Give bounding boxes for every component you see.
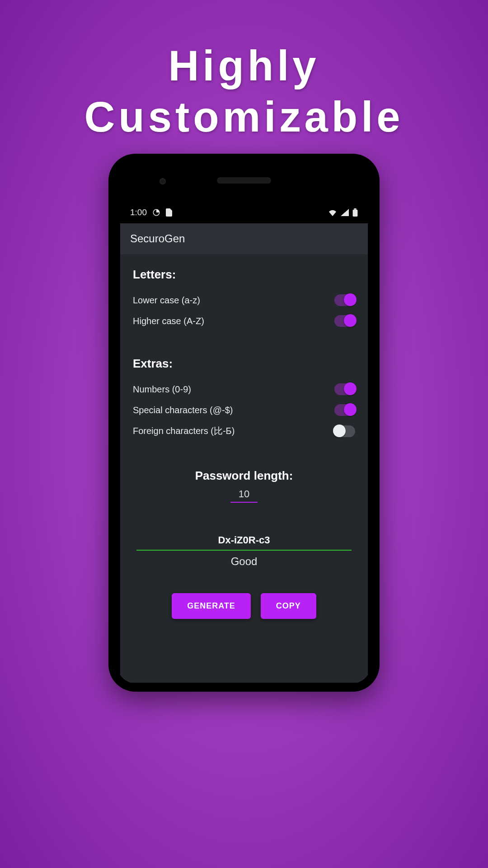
option-special: Special characters (@-$) xyxy=(133,400,355,420)
option-foreign-label: Foreign characters (比-Б) xyxy=(133,425,235,437)
status-bar: 1:00 xyxy=(120,203,368,222)
result-block: Dx-iZ0R-c3 Good xyxy=(133,534,355,568)
phone-screen: 1:00 SecuroGen xyxy=(117,162,371,684)
svg-rect-2 xyxy=(353,210,358,217)
status-time: 1:00 xyxy=(130,208,147,217)
sim-card-icon xyxy=(166,208,172,217)
signal-icon xyxy=(341,209,349,216)
section-extras-title: Extras: xyxy=(133,357,355,371)
password-length-input[interactable]: 10 xyxy=(230,488,258,503)
promo-line1: Highly xyxy=(0,41,488,92)
battery-icon xyxy=(352,208,358,217)
section-letters-title: Letters: xyxy=(133,268,355,282)
option-lowercase-label: Lower case (a-z) xyxy=(133,295,200,306)
promo-title: Highly Customizable xyxy=(0,41,488,143)
option-special-label: Special characters (@-$) xyxy=(133,405,233,415)
app-content: Letters: Lower case (a-z) Higher case (A… xyxy=(120,254,368,683)
toggle-special[interactable] xyxy=(334,404,355,416)
toggle-numbers[interactable] xyxy=(334,383,355,395)
generated-password[interactable]: Dx-iZ0R-c3 xyxy=(136,534,352,551)
app-bar: SecuroGen xyxy=(120,223,368,254)
copy-button[interactable]: COPY xyxy=(261,593,316,619)
option-uppercase-label: Higher case (A-Z) xyxy=(133,316,204,326)
toggle-foreign[interactable] xyxy=(334,425,355,437)
option-numbers: Numbers (0-9) xyxy=(133,379,355,400)
button-row: GENERATE COPY xyxy=(133,593,355,619)
toggle-lowercase[interactable] xyxy=(334,294,355,306)
app-title: SecuroGen xyxy=(130,232,185,245)
password-length-title: Password length: xyxy=(133,469,355,483)
password-strength: Good xyxy=(133,555,355,568)
svg-rect-1 xyxy=(354,208,356,210)
option-numbers-label: Numbers (0-9) xyxy=(133,384,191,395)
camera-dot xyxy=(160,178,166,184)
generate-button[interactable]: GENERATE xyxy=(172,593,251,619)
option-lowercase: Lower case (a-z) xyxy=(133,290,355,311)
data-saver-icon xyxy=(152,208,160,217)
promo-line2: Customizable xyxy=(0,92,488,143)
toggle-uppercase[interactable] xyxy=(334,315,355,327)
option-uppercase: Higher case (A-Z) xyxy=(133,311,355,331)
wifi-icon xyxy=(328,209,337,216)
speaker-grille xyxy=(217,177,271,184)
option-foreign: Foreign characters (比-Б) xyxy=(133,420,355,442)
phone-frame: 1:00 SecuroGen xyxy=(108,154,380,692)
